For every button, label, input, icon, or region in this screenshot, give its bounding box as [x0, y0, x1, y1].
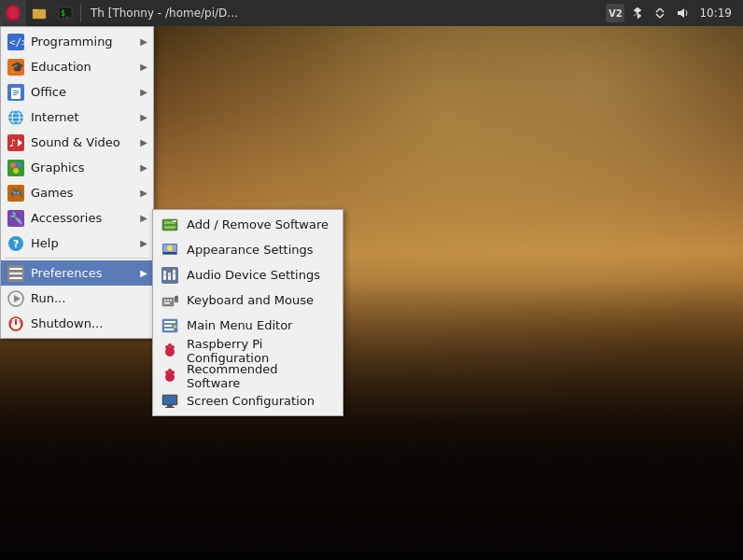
submenu-add-remove-software[interactable]: Add / Remove Software — [153, 212, 343, 237]
menu-item-education[interactable]: 🎓 Education ▶ — [1, 54, 153, 79]
help-arrow: ▶ — [140, 238, 147, 248]
svg-text:🎓: 🎓 — [10, 60, 24, 74]
education-label: Education — [31, 60, 140, 74]
terminal-button[interactable]: $_ — [52, 0, 78, 26]
run-label: Run... — [31, 291, 147, 305]
menu-item-accessories[interactable]: 🔧 Accessories ▶ — [1, 205, 153, 231]
svg-point-77 — [168, 369, 172, 372]
desktop: $_ Th [Thonny - /home/pi/D... V2 — [0, 0, 743, 560]
bluetooth-icon[interactable] — [628, 4, 647, 22]
audio-device-settings-label: Audio Device Settings — [187, 268, 320, 282]
add-remove-software-icon — [161, 216, 179, 234]
office-arrow: ▶ — [140, 87, 147, 97]
svg-rect-14 — [13, 92, 19, 93]
svg-rect-15 — [13, 94, 17, 95]
svg-rect-58 — [162, 298, 174, 306]
recommended-software-icon — [161, 367, 179, 385]
accessories-label: Accessories — [31, 211, 140, 225]
svg-point-3 — [11, 6, 15, 9]
svg-text:?: ? — [13, 238, 19, 250]
education-icon: 🎓 — [7, 58, 25, 77]
submenu-recommended-software[interactable]: Recommended Software — [153, 363, 343, 388]
appearance-settings-icon — [161, 241, 179, 259]
svg-rect-68 — [164, 329, 174, 330]
menu-item-run[interactable]: Run... — [1, 286, 153, 311]
menu-item-programming[interactable]: </> Programming ▶ — [1, 29, 153, 54]
programming-label: Programming — [31, 35, 140, 49]
submenu-keyboard-and-mouse[interactable]: Keyboard and Mouse — [153, 287, 343, 313]
menu-item-internet[interactable]: Internet ▶ — [1, 105, 153, 130]
run-icon — [7, 289, 25, 308]
office-label: Office — [31, 85, 140, 99]
main-menu-editor-icon — [161, 316, 179, 335]
svg-rect-35 — [9, 268, 22, 270]
svg-rect-54 — [173, 270, 175, 280]
svg-rect-4 — [33, 9, 46, 19]
svg-rect-44 — [164, 226, 175, 229]
svg-rect-66 — [164, 321, 175, 323]
svg-point-27 — [13, 168, 19, 174]
svg-text:🔧: 🔧 — [9, 211, 23, 225]
help-label: Help — [31, 236, 140, 250]
svg-point-26 — [16, 162, 21, 168]
menu-item-graphics[interactable]: Graphics ▶ — [1, 155, 153, 180]
network-icon[interactable] — [651, 4, 669, 22]
raspberry-icon — [6, 5, 21, 21]
submenu-audio-device-settings[interactable]: Audio Device Settings — [153, 262, 343, 287]
submenu-appearance-settings[interactable]: Appearance Settings — [153, 237, 343, 262]
shutdown-icon — [7, 315, 25, 333]
preferences-submenu: Add / Remove Software Appearance Setting… — [152, 209, 343, 416]
help-icon: ? — [7, 234, 25, 253]
main-menu-editor-label: Main Menu Editor — [187, 318, 292, 332]
menu-item-games[interactable]: 🎮 Games ▶ — [1, 180, 153, 205]
submenu-raspberry-pi-configuration[interactable]: Raspberry Pi Configuration — [153, 338, 343, 363]
taskbar-separator — [80, 4, 81, 22]
accessories-icon: 🔧 — [7, 209, 25, 228]
svg-rect-59 — [164, 300, 166, 301]
raspberry-menu-button[interactable] — [0, 0, 26, 26]
audio-device-settings-icon — [161, 266, 179, 285]
menu-item-preferences[interactable]: Preferences ▶ — [1, 260, 153, 286]
svg-rect-60 — [167, 300, 169, 301]
accessories-arrow: ▶ — [140, 213, 147, 223]
svg-rect-49 — [163, 252, 176, 254]
taskbar-left: $_ Th [Thonny - /home/pi/D... — [0, 0, 606, 26]
svg-text:🎮: 🎮 — [9, 186, 23, 200]
screen-configuration-icon — [161, 392, 179, 411]
svg-rect-53 — [168, 273, 171, 280]
volume-icon[interactable] — [673, 4, 692, 22]
v2-badge[interactable]: V2 — [606, 4, 624, 22]
games-label: Games — [31, 186, 140, 200]
svg-text:♪: ♪ — [9, 137, 16, 149]
menu-separator-1 — [5, 258, 149, 259]
taskbar: $_ Th [Thonny - /home/pi/D... V2 — [0, 0, 743, 26]
svg-text:</>: </> — [9, 36, 24, 49]
submenu-main-menu-editor[interactable]: Main Menu Editor — [153, 313, 343, 338]
office-icon — [7, 83, 25, 102]
menu-item-shutdown[interactable]: Shutdown... — [1, 311, 153, 336]
file-manager-button[interactable] — [26, 0, 52, 26]
sound-video-arrow: ▶ — [140, 137, 147, 147]
programming-icon: </> — [7, 33, 25, 51]
menu-item-office[interactable]: Office ▶ — [1, 79, 153, 105]
svg-rect-36 — [9, 273, 22, 274]
menu-item-help[interactable]: ? Help ▶ — [1, 231, 153, 256]
education-arrow: ▶ — [140, 62, 147, 72]
svg-rect-81 — [165, 407, 175, 408]
graphics-label: Graphics — [31, 161, 140, 175]
menu-item-sound-video[interactable]: ♪ Sound & Video ▶ — [1, 130, 153, 155]
svg-text:$_: $_ — [61, 9, 70, 18]
games-arrow: ▶ — [140, 188, 147, 198]
svg-rect-61 — [170, 300, 172, 301]
svg-rect-37 — [9, 277, 22, 279]
svg-rect-13 — [13, 91, 19, 91]
graphics-icon — [7, 159, 25, 177]
svg-rect-52 — [163, 271, 166, 280]
window-title-button[interactable]: Th [Thonny - /home/pi/D... — [83, 0, 245, 26]
recommended-software-label: Recommended Software — [187, 362, 335, 390]
raspberry-pi-configuration-label: Raspberry Pi Configuration — [187, 337, 335, 365]
shutdown-label: Shutdown... — [31, 316, 147, 330]
submenu-screen-configuration[interactable]: Screen Configuration — [153, 388, 343, 413]
keyboard-and-mouse-icon — [161, 291, 179, 310]
games-icon: 🎮 — [7, 184, 25, 203]
